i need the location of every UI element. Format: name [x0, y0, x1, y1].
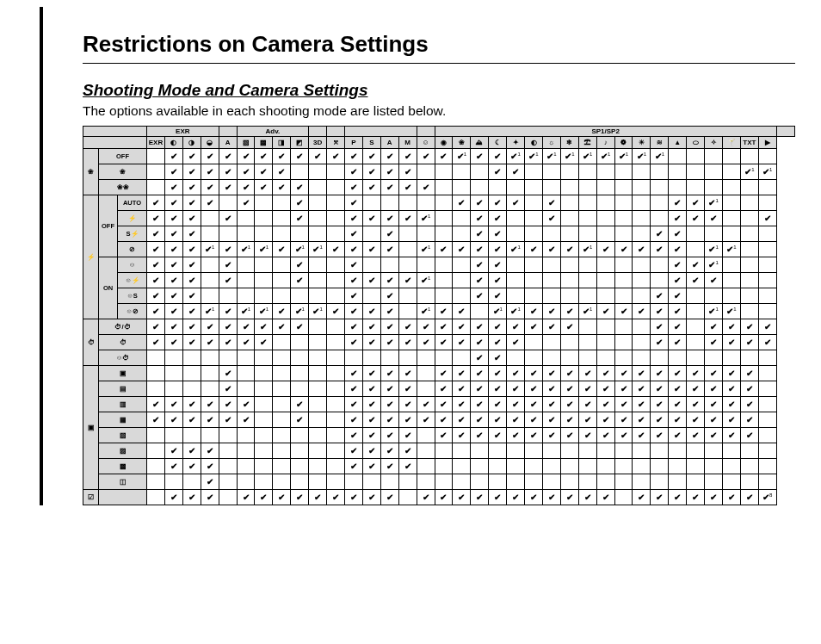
- cell: ✔: [417, 490, 435, 505]
- cell: ✔: [398, 459, 417, 474]
- cell: ✔: [255, 335, 273, 350]
- cell: [327, 381, 345, 397]
- cell: ✔: [147, 195, 165, 211]
- col-F14: ≋: [651, 137, 669, 149]
- cell: ✔: [380, 428, 398, 443]
- cell: [435, 288, 453, 304]
- cell: [219, 288, 237, 304]
- cell: ✔: [453, 397, 471, 412]
- cell: [362, 195, 380, 211]
- cell: [273, 366, 291, 381]
- col-F8: ☼: [542, 137, 560, 149]
- cell: ✔: [669, 381, 687, 397]
- cell: [147, 474, 165, 490]
- row-label: ❀❀: [99, 180, 147, 195]
- cell: [398, 490, 417, 505]
- cell: [417, 474, 435, 490]
- cell: ✔: [164, 288, 182, 304]
- cell: [633, 350, 651, 366]
- cell: [687, 474, 705, 490]
- cell: ✔1: [237, 304, 255, 319]
- col-Adv2: ▩: [255, 137, 273, 149]
- cell: [182, 366, 201, 381]
- cell: [327, 195, 345, 211]
- cell: [255, 257, 273, 273]
- cell: ✔: [453, 490, 471, 505]
- cell: ✔: [380, 211, 398, 226]
- cell: [237, 288, 255, 304]
- cell: ✔: [362, 180, 380, 195]
- cell: [489, 443, 507, 459]
- cell: [560, 257, 578, 273]
- cell: [255, 226, 273, 242]
- cell: ✔: [507, 381, 525, 397]
- cell: [273, 195, 291, 211]
- cell: ✔: [471, 226, 489, 242]
- row-label: ☺: [118, 257, 147, 273]
- cell: [201, 273, 219, 288]
- cell: [182, 350, 201, 366]
- cell: ✔: [219, 149, 237, 164]
- cell: ✔: [398, 149, 417, 164]
- cell: ✔: [435, 381, 453, 397]
- col-F15: ▲: [669, 137, 687, 149]
- cell: [687, 350, 705, 366]
- cell: ✔: [273, 149, 291, 164]
- cell: ✔: [380, 164, 398, 180]
- cell: ✔1: [291, 242, 309, 257]
- cell: ✔: [344, 381, 362, 397]
- cell: ✔: [560, 397, 578, 412]
- cell: [525, 195, 543, 211]
- cell: ✔1: [309, 242, 327, 257]
- cell: ✔: [651, 366, 669, 381]
- cell: ✔: [201, 397, 219, 412]
- cell: [740, 226, 758, 242]
- cell: [327, 412, 345, 428]
- row-label: AUTO: [118, 195, 147, 211]
- cell: ✔: [758, 211, 776, 226]
- cell: [327, 397, 345, 412]
- cell: ✔: [471, 350, 489, 366]
- cell: [417, 288, 435, 304]
- cell: [723, 211, 741, 226]
- cell: ✔: [435, 412, 453, 428]
- cell: [525, 257, 543, 273]
- cell: ✔: [344, 428, 362, 443]
- row-label: ☺⊘: [118, 304, 147, 319]
- corner: [83, 137, 147, 149]
- cell: [453, 350, 471, 366]
- row-label: ☺⏱: [99, 350, 147, 366]
- cell: [740, 273, 758, 288]
- cell: ✔: [182, 273, 201, 288]
- cell: [596, 459, 614, 474]
- cell: ✔: [147, 273, 165, 288]
- cell: [327, 211, 345, 226]
- cell: ✔: [417, 412, 435, 428]
- cell: [309, 288, 327, 304]
- cell: [291, 335, 309, 350]
- cell: [398, 242, 417, 257]
- row-label: [99, 490, 147, 505]
- cell: [182, 474, 201, 490]
- cell: [273, 226, 291, 242]
- cell: ✔1: [201, 304, 219, 319]
- cell: ✔: [380, 180, 398, 195]
- cell: [740, 211, 758, 226]
- cell: ✔: [380, 226, 398, 242]
- cell: [417, 164, 435, 180]
- col-F12: ❁: [614, 137, 633, 149]
- cell: [237, 381, 255, 397]
- cell: ✔: [596, 397, 614, 412]
- cell: [201, 226, 219, 242]
- cell: [273, 459, 291, 474]
- cell: [740, 180, 758, 195]
- cell: [560, 288, 578, 304]
- cell: ✔: [614, 397, 633, 412]
- cell: [560, 459, 578, 474]
- cell: [687, 149, 705, 164]
- cell: ✔: [380, 397, 398, 412]
- cell: [147, 459, 165, 474]
- cell: ✔: [362, 443, 380, 459]
- col-R1: ◐: [164, 137, 182, 149]
- cell: ✔1: [255, 242, 273, 257]
